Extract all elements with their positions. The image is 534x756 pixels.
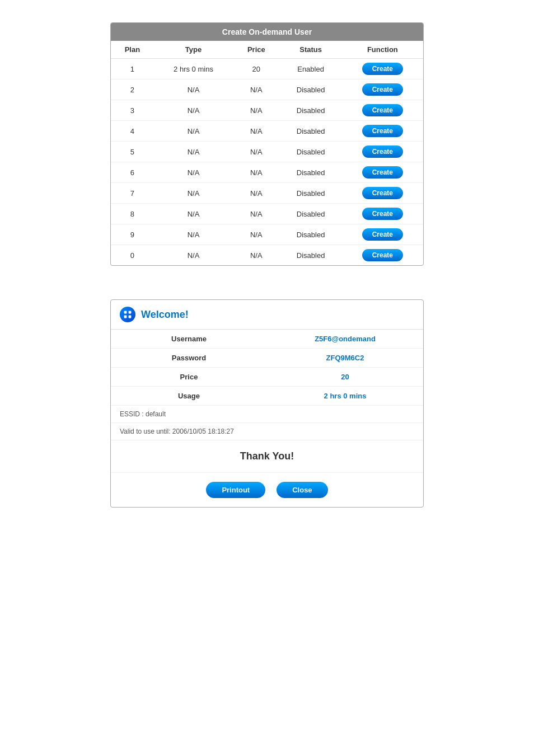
table-row: 1 2 hrs 0 mins 20 Enabled Create [111, 59, 423, 79]
cell-plan: 7 [111, 183, 154, 204]
cell-function: Create [342, 204, 423, 224]
cell-price: N/A [233, 100, 279, 121]
valid-row: Valid to use until: 2006/10/05 18:18:27 [111, 423, 423, 440]
create-button-9[interactable]: Create [362, 228, 403, 241]
cell-status: Disabled [279, 162, 341, 183]
cell-function: Create [342, 245, 423, 266]
cell-function: Create [342, 142, 423, 162]
thankyou-text: Thank You! [111, 440, 423, 473]
table-row: 6 N/A N/A Disabled Create [111, 162, 423, 183]
cell-price: N/A [233, 121, 279, 142]
cell-plan: 0 [111, 245, 154, 266]
info-row: Username Z5F6@ondemand [111, 330, 423, 349]
col-plan: Plan [111, 41, 154, 59]
table-row: 8 N/A N/A Disabled Create [111, 204, 423, 224]
table-row: 9 N/A N/A Disabled Create [111, 224, 423, 245]
col-type: Type [154, 41, 233, 59]
info-value: 20 [267, 368, 423, 387]
info-row: Price 20 [111, 368, 423, 387]
cell-plan: 3 [111, 100, 154, 121]
welcome-header: Welcome! [111, 300, 423, 330]
table-title: Create On-demand User [111, 23, 423, 41]
table-row: 2 N/A N/A Disabled Create [111, 79, 423, 100]
table-row: 5 N/A N/A Disabled Create [111, 142, 423, 162]
info-label: Usage [111, 387, 267, 406]
cell-status: Disabled [279, 79, 341, 100]
cell-price: 20 [233, 59, 279, 79]
cell-type: N/A [154, 79, 233, 100]
info-label: Password [111, 349, 267, 368]
svg-rect-0 [124, 311, 127, 314]
cell-price: N/A [233, 224, 279, 245]
action-buttons: Printout Close [111, 473, 423, 507]
create-button-2[interactable]: Create [362, 83, 403, 96]
essid-row: ESSID : default [111, 406, 423, 423]
table-row: 7 N/A N/A Disabled Create [111, 183, 423, 204]
cell-status: Disabled [279, 224, 341, 245]
create-button-4[interactable]: Create [362, 125, 403, 137]
cell-status: Enabled [279, 59, 341, 79]
cell-plan: 9 [111, 224, 154, 245]
create-button-10[interactable]: Create [362, 249, 403, 261]
info-row: Usage 2 hrs 0 mins [111, 387, 423, 406]
cell-type: N/A [154, 162, 233, 183]
cell-type: N/A [154, 224, 233, 245]
cell-status: Disabled [279, 204, 341, 224]
create-button-3[interactable]: Create [362, 104, 403, 116]
create-button-8[interactable]: Create [362, 208, 403, 220]
cell-type: N/A [154, 204, 233, 224]
create-button-6[interactable]: Create [362, 166, 403, 179]
cell-type: N/A [154, 183, 233, 204]
info-label: Price [111, 368, 267, 387]
cell-status: Disabled [279, 121, 341, 142]
cell-type: N/A [154, 121, 233, 142]
cell-plan: 4 [111, 121, 154, 142]
cell-plan: 2 [111, 79, 154, 100]
cell-status: Disabled [279, 183, 341, 204]
col-price: Price [233, 41, 279, 59]
cell-plan: 1 [111, 59, 154, 79]
cell-type: N/A [154, 245, 233, 266]
cell-function: Create [342, 121, 423, 142]
cell-function: Create [342, 162, 423, 183]
cell-plan: 5 [111, 142, 154, 162]
cell-price: N/A [233, 183, 279, 204]
svg-rect-1 [129, 311, 132, 314]
close-button[interactable]: Close [277, 482, 327, 498]
create-ondemand-user-section: Create On-demand User Plan Type Price St… [110, 22, 424, 266]
welcome-info-table: Username Z5F6@ondemand Password ZFQ9M6C2… [111, 330, 423, 406]
col-function: Function [342, 41, 423, 59]
col-status: Status [279, 41, 341, 59]
cell-price: N/A [233, 79, 279, 100]
create-button-5[interactable]: Create [362, 145, 403, 158]
info-value: ZFQ9M6C2 [267, 349, 423, 368]
cell-price: N/A [233, 204, 279, 224]
cell-function: Create [342, 100, 423, 121]
grid-icon [123, 310, 132, 319]
info-value: Z5F6@ondemand [267, 330, 423, 349]
plans-table: Plan Type Price Status Function 1 2 hrs … [111, 41, 423, 265]
table-row: 4 N/A N/A Disabled Create [111, 121, 423, 142]
cell-function: Create [342, 79, 423, 100]
cell-type: N/A [154, 100, 233, 121]
info-value: 2 hrs 0 mins [267, 387, 423, 406]
cell-status: Disabled [279, 142, 341, 162]
welcome-title: Welcome! [141, 309, 189, 321]
cell-function: Create [342, 183, 423, 204]
cell-status: Disabled [279, 245, 341, 266]
create-button-7[interactable]: Create [362, 187, 403, 199]
svg-rect-3 [129, 316, 132, 318]
cell-price: N/A [233, 245, 279, 266]
cell-plan: 8 [111, 204, 154, 224]
printout-button[interactable]: Printout [206, 482, 265, 498]
svg-rect-2 [124, 316, 127, 318]
cell-plan: 6 [111, 162, 154, 183]
info-label: Username [111, 330, 267, 349]
cell-status: Disabled [279, 100, 341, 121]
cell-function: Create [342, 224, 423, 245]
create-button-1[interactable]: Create [362, 63, 403, 75]
cell-price: N/A [233, 162, 279, 183]
cell-price: N/A [233, 142, 279, 162]
cell-type: N/A [154, 142, 233, 162]
info-row: Password ZFQ9M6C2 [111, 349, 423, 368]
